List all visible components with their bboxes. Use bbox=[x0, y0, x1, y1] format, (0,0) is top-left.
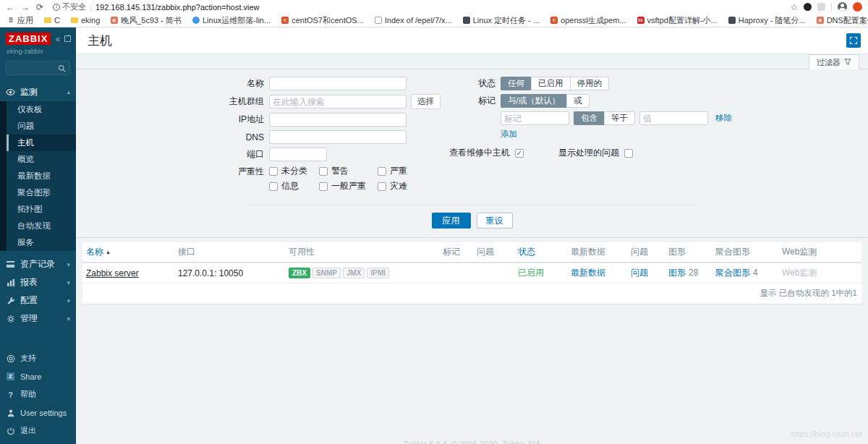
sidebar-item-reports[interactable]: 报表 bbox=[0, 273, 76, 291]
sidebar-item-help[interactable]: 帮助 bbox=[0, 385, 76, 404]
maintenance-label: 查看维修中主机 bbox=[449, 147, 510, 159]
checkbox[interactable] bbox=[319, 167, 328, 176]
bookmark-item[interactable]: Linux运维部落-lin... bbox=[192, 15, 271, 26]
bookmark-item[interactable]: Linux 定时任务 - ... bbox=[463, 15, 540, 26]
bookmark-item[interactable]: 晚风_5c93 - 简书 bbox=[111, 15, 182, 26]
sidebar-item-user-settings[interactable]: User settings bbox=[0, 404, 76, 422]
apply-button[interactable]: 应用 bbox=[432, 213, 471, 229]
tag-logic-andor-button[interactable]: 与/或（默认） bbox=[501, 94, 567, 108]
severity-information[interactable]: 信息 bbox=[269, 180, 307, 192]
sidebar-item-discovery[interactable]: 自动发现 bbox=[7, 218, 76, 234]
extension-icon-2[interactable] bbox=[817, 3, 825, 11]
tag-name-input[interactable] bbox=[501, 111, 569, 125]
column-problems: 问题 bbox=[473, 242, 514, 262]
host-name-link[interactable]: Zabbix server bbox=[86, 268, 139, 278]
sort-asc-icon bbox=[103, 247, 111, 257]
bookmark-star-icon[interactable] bbox=[790, 2, 798, 12]
checkbox[interactable] bbox=[269, 167, 278, 176]
tag-operator-contains-button[interactable]: 包含 bbox=[574, 111, 605, 125]
status-any-button[interactable]: 任何 bbox=[501, 77, 532, 90]
name-input[interactable] bbox=[269, 77, 407, 90]
suppressed-checkbox[interactable] bbox=[624, 149, 633, 158]
select-button[interactable]: 选择 bbox=[411, 94, 441, 109]
csdn-watermark: https://blog.csdn.net bbox=[791, 430, 862, 438]
sidebar-item-problems[interactable]: 问题 bbox=[7, 118, 76, 135]
column-status[interactable]: 状态 bbox=[514, 242, 567, 262]
ip-input[interactable] bbox=[269, 113, 407, 127]
sidebar-item-hosts[interactable]: 主机 bbox=[7, 135, 76, 151]
checkbox[interactable] bbox=[269, 182, 278, 191]
availability-badges: ZBXSNMPJMXIPMI bbox=[285, 262, 439, 283]
port-input[interactable] bbox=[269, 148, 327, 161]
bookmark-item[interactable]: Haproxy - 随笔分... bbox=[728, 15, 806, 26]
profile-avatar-icon[interactable] bbox=[838, 2, 847, 12]
kiosk-mode-button[interactable] bbox=[846, 33, 861, 48]
dns-input[interactable] bbox=[269, 130, 407, 144]
severity-high[interactable]: 严重 bbox=[378, 165, 407, 177]
url-field[interactable]: 不安全 | 192.168.145.131/zabbix.php?action=… bbox=[50, 1, 783, 12]
sidebar-item-share[interactable]: Share bbox=[0, 367, 76, 385]
checkbox[interactable] bbox=[378, 167, 386, 176]
sidebar-item-configuration[interactable]: 配置 bbox=[0, 291, 76, 309]
sidebar-item-support[interactable]: 支持 bbox=[0, 349, 76, 367]
security-badge[interactable]: 不安全 bbox=[53, 1, 86, 12]
sidebar-item-administration[interactable]: 管理 bbox=[0, 309, 76, 328]
tag-value-input[interactable] bbox=[639, 111, 708, 125]
tag-operator-equals-button[interactable]: 等于 bbox=[604, 111, 635, 125]
bookmark-folder-eking[interactable]: eking bbox=[71, 16, 100, 25]
back-icon[interactable]: ← bbox=[6, 3, 14, 12]
chevron-down-icon bbox=[67, 261, 70, 268]
extension-icon[interactable] bbox=[804, 3, 812, 11]
severity-disaster[interactable]: 灾难 bbox=[378, 180, 407, 192]
sidebar-item-inventory[interactable]: 资产记录 bbox=[0, 255, 76, 273]
problems-link[interactable]: 问题 bbox=[631, 268, 648, 278]
column-name[interactable]: 名称 bbox=[82, 242, 174, 262]
sidebar-popout-icon[interactable] bbox=[64, 35, 71, 42]
latest-data-link[interactable]: 最新数据 bbox=[571, 268, 605, 278]
reload-icon[interactable]: ⟳ bbox=[36, 3, 43, 12]
bookmark-folder-c[interactable]: C bbox=[44, 16, 60, 25]
sidebar-item-services[interactable]: 服务 bbox=[7, 234, 76, 251]
filter-tab[interactable]: 过滤器 bbox=[809, 54, 859, 69]
sidebar-item-monitoring[interactable]: 监测 bbox=[0, 82, 76, 101]
zabbix-logo[interactable]: ZABBIX bbox=[6, 33, 51, 45]
severity-not-classified[interactable]: 未分类 bbox=[269, 165, 307, 177]
checkbox[interactable] bbox=[378, 182, 386, 191]
severity-average[interactable]: 一般严重 bbox=[319, 180, 366, 192]
graphs-link[interactable]: 图形 bbox=[668, 268, 686, 278]
sidebar-item-maps[interactable]: 拓扑图 bbox=[7, 201, 76, 218]
bookmark-item[interactable]: DNS配置案例 - 简书 bbox=[817, 15, 868, 26]
sidebar-item-screens[interactable]: 聚合图形 bbox=[7, 184, 76, 201]
sidebar-item-dashboard[interactable]: 仪表板 bbox=[7, 101, 76, 118]
bookmark-item[interactable]: vsftpd配置详解-小... bbox=[637, 15, 718, 26]
forward-icon[interactable]: → bbox=[21, 3, 30, 12]
severity-warning[interactable]: 警告 bbox=[319, 165, 366, 177]
jmx-badge: JMX bbox=[343, 268, 365, 278]
bookmark-apps[interactable]: 应用 bbox=[7, 15, 33, 26]
reset-button[interactable]: 重设 bbox=[477, 213, 513, 229]
port-label: 端口 bbox=[212, 148, 264, 161]
sidebar-item-latest-data[interactable]: 最新数据 bbox=[7, 168, 76, 184]
remove-tag-link[interactable]: 移除 bbox=[715, 113, 732, 124]
bookmark-item[interactable]: Index of /epel/7/x... bbox=[375, 16, 452, 25]
search-icon bbox=[57, 64, 67, 72]
checkbox[interactable] bbox=[319, 182, 328, 191]
zabbix-copyright: Zabbix 5.0.4. © 2001-2020, Zabbix SIA bbox=[76, 440, 868, 444]
bookmark-item[interactable]: centOS7和centOS... bbox=[281, 15, 364, 26]
maintenance-checkbox[interactable] bbox=[515, 149, 524, 158]
sidebar-item-signout[interactable]: 退出 bbox=[0, 422, 76, 440]
screens-link[interactable]: 聚合图形 bbox=[715, 268, 750, 278]
tag-logic-or-button[interactable]: 或 bbox=[566, 94, 590, 108]
url-text: 192.168.145.131/zabbix.php?action=host.v… bbox=[95, 3, 260, 12]
bookmark-item[interactable]: openssl生成pem... bbox=[550, 15, 626, 26]
add-tag-link[interactable]: 添加 bbox=[501, 129, 517, 140]
filter-buttons: 应用 重设 bbox=[248, 205, 697, 237]
severity-label: 严重性 bbox=[212, 166, 264, 178]
sidebar-search-input[interactable] bbox=[6, 61, 70, 75]
sidebar-item-overview[interactable]: 概览 bbox=[7, 151, 76, 168]
browser-menu-icon[interactable] bbox=[853, 2, 862, 12]
status-enabled-button[interactable]: 已启用 bbox=[531, 77, 571, 90]
status-disabled-button[interactable]: 停用的 bbox=[570, 77, 610, 90]
host-groups-input[interactable] bbox=[269, 95, 407, 108]
sidebar-collapse-icon[interactable] bbox=[55, 34, 60, 44]
